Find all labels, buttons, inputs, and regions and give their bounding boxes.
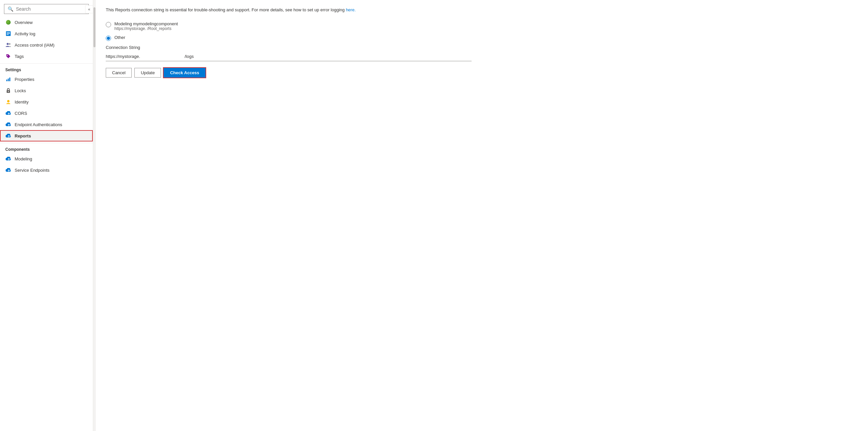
sidebar-item-label-locks: Locks [14, 88, 26, 93]
identity-icon [5, 99, 11, 105]
radio-input-other[interactable] [106, 36, 111, 41]
cloud-icon [5, 156, 11, 162]
radio-sublabel-modeling: https://mystorage. /Root_reports [115, 26, 178, 31]
svg-point-6 [7, 55, 8, 56]
sidebar-item-tags[interactable]: Tags [0, 51, 93, 62]
scrollbar[interactable] [93, 0, 96, 431]
svg-point-12 [7, 100, 10, 103]
button-row: Cancel Update Check Access [106, 68, 858, 78]
info-link[interactable]: here. [346, 7, 356, 12]
svg-point-11 [8, 91, 9, 92]
info-text-content: This Reports connection string is essent… [106, 7, 346, 12]
radio-group: Modeling mymodelingcomponenthttps://myst… [106, 21, 858, 41]
sidebar-item-label-reports: Reports [14, 134, 31, 139]
section-header-settings-header: Settings [0, 63, 93, 74]
sidebar-item-label-access-control: Access control (IAM) [14, 42, 55, 48]
check-access-button[interactable]: Check Access [164, 68, 206, 78]
sidebar-item-properties[interactable]: Properties [0, 74, 93, 85]
radio-label-other: Other [115, 35, 125, 40]
connection-string-label: Connection String [106, 45, 858, 50]
cloud-icon [5, 121, 11, 127]
radio-option-modeling[interactable]: Modeling mymodelingcomponenthttps://myst… [106, 21, 858, 31]
tags-icon [5, 53, 11, 59]
collapse-button[interactable]: « [85, 5, 93, 13]
sidebar-item-label-identity: Identity [14, 99, 29, 105]
search-icon: 🔍 [8, 6, 13, 12]
sidebar-nav: OverviewActivity logAccess control (IAM)… [0, 17, 93, 176]
sidebar-item-reports[interactable]: Reports [0, 130, 93, 141]
connection-string-input[interactable] [106, 52, 472, 61]
section-header-components-header: Components [0, 143, 93, 153]
cloud-icon [5, 133, 11, 139]
sidebar-item-access-control[interactable]: Access control (IAM) [0, 39, 93, 51]
svg-point-4 [7, 43, 9, 45]
info-paragraph: This Reports connection string is essent… [106, 7, 858, 13]
cloud-icon [5, 110, 11, 116]
sidebar-item-service-endpoints[interactable]: Service Endpoints [0, 165, 93, 176]
sidebar-item-label-properties: Properties [14, 77, 34, 82]
radio-option-other[interactable]: Other [106, 35, 858, 41]
sidebar-item-label-service-endpoints: Service Endpoints [14, 168, 50, 173]
cancel-button[interactable]: Cancel [106, 68, 132, 78]
radio-input-modeling[interactable] [106, 22, 111, 27]
sidebar-item-label-endpoint-auth: Endpoint Authentications [14, 122, 62, 127]
activity-icon [5, 31, 11, 37]
overview-icon [5, 19, 11, 25]
sidebar-item-label-activity-log: Activity log [14, 31, 35, 36]
svg-rect-9 [9, 78, 10, 81]
main-content: This Reports connection string is essent… [96, 0, 868, 431]
svg-rect-7 [6, 80, 7, 81]
svg-rect-3 [7, 34, 9, 35]
sidebar-item-label-modeling: Modeling [14, 156, 32, 162]
svg-rect-8 [8, 79, 9, 81]
update-button[interactable]: Update [134, 68, 161, 78]
sidebar-item-endpoint-auth[interactable]: Endpoint Authentications [0, 119, 93, 130]
sidebar-item-cors[interactable]: CORS [0, 108, 93, 119]
cloud-icon [5, 167, 11, 173]
sidebar-item-modeling[interactable]: Modeling [0, 153, 93, 165]
sidebar-item-label-overview: Overview [14, 20, 33, 25]
svg-rect-2 [7, 33, 10, 34]
scrollbar-thumb [93, 7, 95, 47]
sidebar-item-label-tags: Tags [14, 54, 24, 59]
search-input[interactable] [16, 6, 85, 12]
access-icon [5, 42, 11, 48]
sidebar: 🔍 « OverviewActivity logAccess control (… [0, 0, 93, 431]
locks-icon [5, 88, 11, 93]
properties-icon [5, 76, 11, 82]
search-box[interactable]: 🔍 [4, 4, 89, 14]
sidebar-item-identity[interactable]: Identity [0, 96, 93, 108]
sidebar-item-label-cors: CORS [14, 111, 27, 116]
svg-point-5 [9, 43, 11, 45]
sidebar-item-activity-log[interactable]: Activity log [0, 28, 93, 39]
sidebar-item-overview[interactable]: Overview [0, 17, 93, 28]
sidebar-item-locks[interactable]: Locks [0, 85, 93, 96]
radio-label-modeling: Modeling mymodelingcomponent [115, 21, 178, 26]
svg-rect-1 [7, 32, 10, 33]
